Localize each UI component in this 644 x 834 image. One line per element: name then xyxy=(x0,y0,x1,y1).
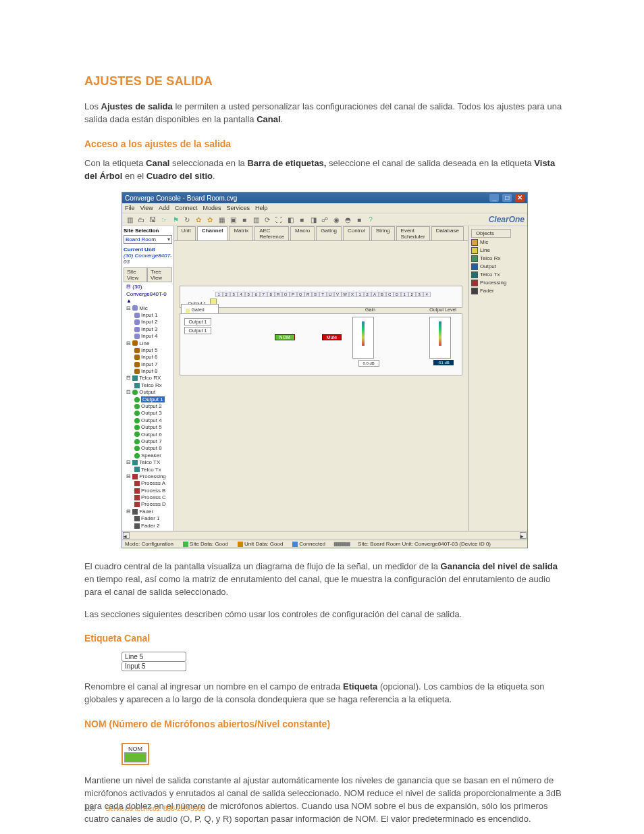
tree-root[interactable]: ⊟ (30) Converge840T-0 ▲ xyxy=(126,284,172,305)
toolbar-icon[interactable]: ◓ xyxy=(343,215,352,224)
toolbar-icon[interactable]: ✿ xyxy=(194,215,203,224)
close-icon[interactable]: ✕ xyxy=(515,194,525,202)
tree-item[interactable]: Fader 2 xyxy=(134,523,172,529)
page-footer: 100 Servicios técnicos: 800-283-5936 xyxy=(84,805,205,812)
tab-channel[interactable]: Channel xyxy=(197,226,228,240)
tree-item[interactable]: Output 7 xyxy=(134,438,172,445)
toolbar-icon[interactable]: ⛶ xyxy=(274,215,284,224)
toolbar-icon[interactable]: ⟳ xyxy=(263,215,272,224)
tree-group-telcorx[interactable]: ⊟ Telco RX xyxy=(126,375,172,382)
toolbar-icon[interactable]: 🗀 xyxy=(136,215,146,224)
tree-item[interactable]: Output 8 xyxy=(134,445,172,452)
tab-database[interactable]: Database xyxy=(431,226,464,240)
object-telcotx[interactable]: Telco Tx xyxy=(471,271,525,278)
menu-view[interactable]: View xyxy=(140,205,153,211)
object-line[interactable]: Line xyxy=(471,247,525,254)
menu-file[interactable]: File xyxy=(125,205,135,211)
tree-item[interactable]: Input 4 xyxy=(134,333,172,340)
tab-site-view[interactable]: Site View xyxy=(124,267,147,282)
tree-item[interactable]: Process D xyxy=(134,501,172,508)
tree-item[interactable]: Telco Rx xyxy=(134,382,172,389)
bold: Etiqueta xyxy=(343,681,377,692)
menu-add[interactable]: Add xyxy=(159,205,169,211)
toolbar-icon[interactable]: ◉ xyxy=(331,215,341,224)
tree-item[interactable]: Input 7 xyxy=(134,361,172,368)
label-field-1[interactable]: Line 5 xyxy=(122,652,186,662)
toolbar-icon[interactable]: ■ xyxy=(240,215,249,224)
tab-string[interactable]: String xyxy=(371,226,395,240)
tree-item[interactable]: Input 5 xyxy=(134,347,172,354)
tree-group-line[interactable]: ⊟ Line xyxy=(126,340,172,347)
tree-item[interactable]: Telco Tx xyxy=(134,467,172,473)
tree-item[interactable]: Output 6 xyxy=(134,432,172,438)
object-fader[interactable]: Fader xyxy=(471,288,525,294)
tree-item[interactable]: Output 4 xyxy=(134,417,172,424)
gain-meter[interactable] xyxy=(352,317,374,359)
tree-group-output[interactable]: ⊟ Output xyxy=(126,389,172,396)
toolbar-icon[interactable]: ⚑ xyxy=(171,215,180,224)
toolbar-icon[interactable]: ☞ xyxy=(159,215,169,224)
window-title: Converge Console - Board Room.cvg xyxy=(125,194,237,202)
tree-item[interactable]: Process B xyxy=(134,488,172,494)
toolbar-icon[interactable]: ▦ xyxy=(217,215,226,224)
tree-group-processing[interactable]: ⊟ Processing xyxy=(126,473,172,480)
channel-label-fields[interactable]: Output 1 Output 1 xyxy=(184,318,212,336)
help-icon[interactable]: ? xyxy=(366,215,375,224)
tree-item[interactable]: Process C xyxy=(134,494,172,501)
routing-matrix[interactable]: ····························· 12345678RO… xyxy=(180,286,462,308)
tab-gating[interactable]: Gating xyxy=(316,226,342,240)
menu-help[interactable]: Help xyxy=(255,205,268,211)
object-mic[interactable]: Mic xyxy=(471,239,525,246)
tab-control[interactable]: Control xyxy=(343,226,370,240)
tab-matrix[interactable]: Matrix xyxy=(229,226,253,240)
site-selection-dropdown[interactable]: Board Room xyxy=(124,235,172,244)
tab-tree-view[interactable]: Tree View xyxy=(147,267,172,282)
tree-item[interactable]: Input 6 xyxy=(134,354,172,361)
tab-event[interactable]: Event Scheduler xyxy=(396,226,430,240)
tree-group-telcotx[interactable]: ⊟ Telco TX xyxy=(126,459,172,466)
toolbar-icon[interactable]: ▣ xyxy=(228,215,238,224)
maximize-icon[interactable]: □ xyxy=(502,194,512,202)
tab-macro[interactable]: Macro xyxy=(290,226,315,240)
tab-unit[interactable]: Unit xyxy=(177,226,196,240)
toolbar-icon[interactable]: ◧ xyxy=(286,215,295,224)
object-processing[interactable]: Processing xyxy=(471,280,525,286)
object-telcorx[interactable]: Telco Rx xyxy=(471,255,525,262)
tree-item[interactable]: Fader 1 xyxy=(134,515,172,522)
toolbar-icon[interactable]: ■ xyxy=(354,215,364,224)
tree-item[interactable]: Speaker xyxy=(134,452,172,459)
mute-button[interactable]: Mute xyxy=(322,334,342,340)
tree-item[interactable]: Process A xyxy=(134,480,172,487)
toolbar-icon[interactable]: ■ xyxy=(297,215,306,224)
tree-item[interactable]: Input 8 xyxy=(134,368,172,375)
menu-modes[interactable]: Modes xyxy=(203,205,221,211)
toolbar-icon[interactable]: ◨ xyxy=(308,215,318,224)
tree-item[interactable]: Input 1 xyxy=(134,312,172,319)
label-field-2[interactable]: Input 5 xyxy=(122,662,186,671)
nom-button[interactable]: NOM xyxy=(275,334,295,340)
objects-tab[interactable]: Objects xyxy=(471,229,511,238)
toolbar-icon[interactable]: ✿ xyxy=(205,215,215,224)
scroll-left-icon[interactable]: ◂ xyxy=(123,532,130,539)
tree-item-selected[interactable]: Output 1 xyxy=(134,396,172,403)
scroll-right-icon[interactable]: ▸ xyxy=(520,532,527,539)
tree-item[interactable]: Output 3 xyxy=(134,410,172,417)
object-output[interactable]: Output xyxy=(471,263,525,270)
tree-item[interactable]: Output 2 xyxy=(134,403,172,410)
menu-connect[interactable]: Connect xyxy=(175,205,198,211)
tab-aec[interactable]: AEC Reference xyxy=(254,226,289,240)
tree-item[interactable]: Input 2 xyxy=(134,319,172,325)
gain-value[interactable]: 0.0 dB xyxy=(358,360,379,367)
menu-services[interactable]: Services xyxy=(226,205,250,211)
toolbar-icon[interactable]: ▥ xyxy=(251,215,261,224)
tree-group-mic[interactable]: ⊟ Mic xyxy=(126,305,172,312)
minimize-icon[interactable]: _ xyxy=(489,194,499,202)
tree-group-fader[interactable]: ⊟ Fader xyxy=(126,509,172,515)
toolbar-icon[interactable]: 🖫 xyxy=(148,215,157,224)
tree-item[interactable]: Output 5 xyxy=(134,424,172,431)
toolbar-icon[interactable]: ↻ xyxy=(182,215,192,224)
tree-item[interactable]: Input 3 xyxy=(134,326,172,333)
nom-toggle[interactable] xyxy=(124,752,146,762)
toolbar-icon[interactable]: ▥ xyxy=(125,215,134,224)
toolbar-icon[interactable]: ☍ xyxy=(320,215,329,224)
